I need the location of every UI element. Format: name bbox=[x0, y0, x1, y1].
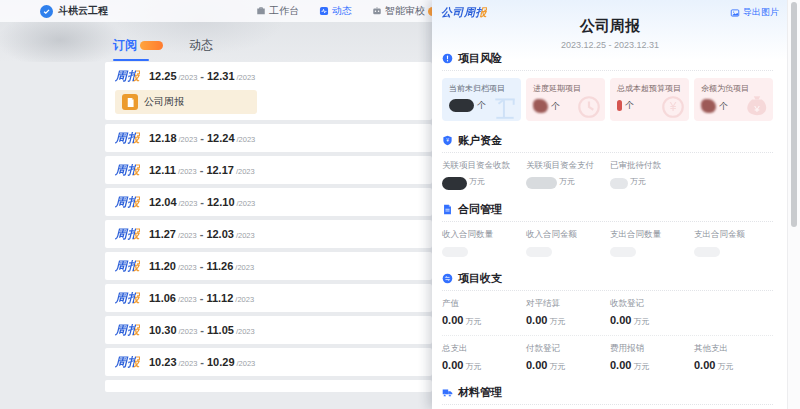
date-range: 11.06/2023-11.12/2023 bbox=[149, 292, 254, 304]
date-start-year: /2023 bbox=[179, 199, 198, 208]
risk-card: 总成本超预算项目个¥ bbox=[610, 78, 689, 121]
scrollbar[interactable] bbox=[787, 0, 800, 409]
clock-icon bbox=[576, 94, 602, 120]
risk-card: 当前未归档项目个 bbox=[442, 78, 521, 121]
tab-activity[interactable]: 动态 bbox=[189, 37, 213, 54]
date-start: 12.25 bbox=[149, 70, 177, 82]
svg-text:¥: ¥ bbox=[753, 103, 760, 114]
truck-icon bbox=[442, 387, 453, 398]
list-item[interactable]: 周报10.23/2023-10.29/2023 bbox=[105, 348, 432, 376]
stat-label: 其他支出 bbox=[694, 343, 773, 355]
warning-circle-icon bbox=[442, 53, 453, 64]
nav-label: 工作台 bbox=[269, 4, 299, 18]
export-image-button[interactable]: 导出图片 bbox=[730, 6, 779, 19]
date-range: 12.04/2023-12.10/2023 bbox=[149, 196, 255, 208]
stat-unit: 万元 bbox=[465, 316, 481, 327]
list-item[interactable]: 周报12.04/2023-12.10/2023 bbox=[105, 188, 432, 216]
section-title: 材料管理 bbox=[458, 385, 502, 400]
attachment-label: 公司周报 bbox=[144, 95, 184, 109]
stat-value bbox=[526, 245, 610, 259]
stat-value: 万元 bbox=[526, 176, 610, 190]
stat: 付款登记0.00万元 bbox=[526, 343, 610, 373]
date-dash: - bbox=[200, 132, 204, 144]
list-item[interactable]: 周报11.27/2023-12.03/2023 bbox=[105, 220, 432, 248]
redacted-value bbox=[617, 100, 622, 111]
date-dash: - bbox=[200, 292, 204, 304]
date-start-year: /2023 bbox=[178, 295, 197, 304]
stat-value: 0.00万元 bbox=[442, 314, 526, 328]
date-end: 12.17 bbox=[206, 164, 234, 176]
section-title: 项目风险 bbox=[458, 51, 502, 66]
svg-text:¥: ¥ bbox=[446, 138, 449, 143]
date-start: 11.20 bbox=[149, 260, 176, 272]
list-item[interactable]: 周报12.25/2023-12.31/2023公司周报 bbox=[105, 62, 432, 120]
stat-value: 万元 bbox=[442, 176, 526, 190]
date-end: 11.05 bbox=[207, 324, 234, 336]
date-dash: - bbox=[200, 260, 204, 272]
list-item[interactable]: 周报10.30/2023-11.05/2023 bbox=[105, 316, 432, 344]
stat-label: 收入合同金额 bbox=[526, 229, 610, 241]
list-item-summary: 周报11.06/2023-11.12/2023 bbox=[115, 290, 422, 306]
date-end: 10.29 bbox=[207, 356, 235, 368]
attachment-item[interactable]: 公司周报 bbox=[115, 90, 257, 114]
section-title: 合同管理 bbox=[458, 202, 502, 217]
date-end-year: /2023 bbox=[237, 199, 256, 208]
stat: 收入合同金额 bbox=[526, 229, 610, 259]
stat: 关联项目资金支付万元 bbox=[526, 160, 610, 190]
redacted-value bbox=[442, 177, 467, 190]
date-start: 10.30 bbox=[149, 324, 177, 336]
stat-label: 已审批待付款 bbox=[610, 160, 773, 172]
redacted-value bbox=[533, 99, 548, 113]
list-item[interactable]: 周报12.11/2023-12.17/2023 bbox=[105, 156, 432, 184]
stat-value bbox=[694, 245, 773, 259]
stat-value: 0.00万元 bbox=[526, 314, 610, 328]
list-item[interactable]: 周报12.18/2023-12.24/2023 bbox=[105, 124, 432, 152]
weekly-report-logo: 周报 bbox=[115, 226, 140, 243]
date-end: 12.10 bbox=[207, 196, 235, 208]
stat-value-number: 0.00 bbox=[442, 314, 463, 326]
top-navigation-bar: 斗栱云工程 工作台 动态 智能审校 bbox=[0, 0, 432, 22]
shield-icon: ¥ bbox=[442, 135, 453, 146]
nav-item-activity[interactable]: 动态 bbox=[319, 4, 352, 18]
tab-subscription[interactable]: 订阅 bbox=[113, 37, 163, 54]
nav-item-workbench[interactable]: 工作台 bbox=[256, 4, 299, 18]
divider bbox=[442, 152, 773, 153]
risk-card-label: 进度延期项目 bbox=[533, 83, 598, 94]
redacted-value bbox=[610, 247, 636, 257]
stat-value-number: 0.00 bbox=[610, 359, 631, 371]
date-start: 12.18 bbox=[149, 132, 177, 144]
date-end-year: /2023 bbox=[235, 295, 254, 304]
date-start-year: /2023 bbox=[179, 73, 198, 82]
weekly-report-logo: 周报 bbox=[115, 68, 140, 85]
nav-label: 动态 bbox=[332, 4, 352, 18]
stat-value: 0.00万元 bbox=[610, 359, 694, 373]
stat-unit: 万元 bbox=[465, 361, 481, 372]
list-item-summary: 周报12.04/2023-12.10/2023 bbox=[115, 194, 422, 210]
weekly-report-logo: 周报 bbox=[115, 258, 140, 275]
stat-value: 0.00万元 bbox=[526, 359, 610, 373]
subscription-feed: 周报12.25/2023-12.31/2023公司周报周报12.18/2023-… bbox=[105, 62, 432, 409]
list-item[interactable]: 周报11.06/2023-11.12/2023 bbox=[105, 284, 432, 312]
crane-icon bbox=[492, 94, 518, 120]
date-range: 12.11/2023-12.17/2023 bbox=[149, 164, 255, 176]
date-start: 12.11 bbox=[149, 164, 176, 176]
date-start-year: /2023 bbox=[179, 135, 198, 144]
date-end: 12.24 bbox=[207, 132, 235, 144]
list-item[interactable]: 周报11.20/2023-11.26/2023 bbox=[105, 252, 432, 280]
scrollbar-thumb[interactable] bbox=[791, 2, 797, 227]
feed-tabs: 订阅 动态 bbox=[113, 37, 213, 54]
list-item[interactable] bbox=[105, 380, 432, 392]
risk-card-label: 总成本超预算项目 bbox=[617, 83, 682, 94]
date-range: 12.18/2023-12.24/2023 bbox=[149, 132, 255, 144]
stat-unit: 万元 bbox=[717, 361, 733, 372]
stat: 收款登记0.00万元 bbox=[610, 298, 773, 328]
robot-icon bbox=[372, 6, 382, 16]
stat: 关联项目资金收款万元 bbox=[442, 160, 526, 190]
stat: 已审批待付款万元 bbox=[610, 160, 773, 190]
date-end: 12.31 bbox=[207, 70, 235, 82]
stat-value bbox=[610, 245, 694, 259]
export-image-icon bbox=[730, 8, 740, 18]
redacted-value bbox=[694, 247, 720, 257]
date-dash: - bbox=[200, 196, 204, 208]
divider bbox=[442, 404, 773, 405]
